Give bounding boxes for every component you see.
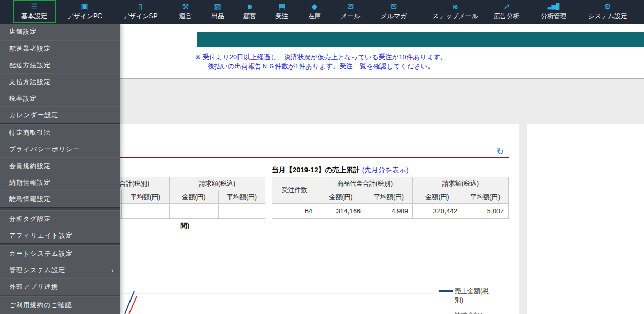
- menu-item-remote-island-settings[interactable]: 離島情報設定: [0, 190, 120, 207]
- nav-item-operations[interactable]: ⚒ 運営: [171, 0, 200, 24]
- sales-trend-title-fragment: 間): [180, 221, 189, 231]
- billed-average-cell: 5,007: [462, 204, 509, 219]
- sliders-icon: ☰: [31, 2, 38, 11]
- menu-item-delivery-info-settings[interactable]: 納期情報設定: [0, 174, 120, 190]
- smartphone-icon: ▯: [138, 2, 142, 11]
- system-settings-icon: ⚙: [604, 2, 611, 11]
- chevron-right-icon: ›: [111, 262, 114, 278]
- nav-item-basic-settings[interactable]: ☰ 基本設定: [13, 0, 56, 24]
- analytics-icon: ▂▅█: [548, 2, 559, 11]
- menu-item-tax-rate-settings[interactable]: 税率設定: [0, 90, 120, 106]
- nav-item-step-mail[interactable]: ≋ ステップメール: [427, 0, 483, 24]
- table-data-row: 64 314,166 4,909 320,442 5,007: [272, 204, 509, 219]
- mail-icon: ✉: [347, 2, 354, 11]
- nav-item-system-settings[interactable]: ⚙ システム設定: [584, 0, 632, 24]
- menu-item-shipping-method-settings[interactable]: 配送方法設定: [0, 57, 120, 73]
- column-subheader-amount: 金額(円): [317, 190, 365, 204]
- store-info-banner: [197, 32, 644, 47]
- billed-amount-cell: 320,442: [413, 204, 462, 219]
- newsletter-icon: ✉: [390, 2, 397, 11]
- nav-item-inventory[interactable]: ◆ 在庫: [300, 0, 329, 24]
- legend-item-billing: 請求金額(: [439, 311, 489, 314]
- menu-item-cart-system-settings[interactable]: カートシステム設定: [0, 245, 120, 262]
- revenue-line-swatch: [439, 290, 453, 292]
- step-mail-icon: ≋: [452, 2, 458, 11]
- column-subheader-amount: 金額(円): [170, 190, 219, 204]
- column-header-orders: 受注件数: [272, 177, 317, 204]
- nav-item-design-sp[interactable]: ▯ デザインSP: [116, 0, 164, 24]
- menu-item-external-app-integration[interactable]: 外部アプリ連携: [0, 278, 120, 295]
- revenue-line: [125, 291, 134, 314]
- nav-item-design-pc[interactable]: ▣ デザインPC: [60, 0, 109, 24]
- current-month-sales-title: 当月【2019-12】の売上累計 (先月分を表示): [272, 165, 409, 175]
- ad-analysis-icon: ↗: [503, 2, 510, 11]
- column-header-product-total: 商品代金合計(税別): [317, 177, 413, 190]
- operations-icon: ⚒: [182, 2, 189, 11]
- menu-item-store-settings[interactable]: 店舗設定: [0, 24, 120, 40]
- menu-item-affiliate-settings[interactable]: アフィリエイト設定: [0, 227, 120, 243]
- legend-label: 売上金額(税別): [455, 287, 489, 305]
- current-month-sales-table: 受注件数 商品代金合計(税別) 請求額(税込) 金額(円) 平均額(円) 金額(…: [272, 177, 509, 219]
- product-average-cell: 4,909: [365, 204, 413, 219]
- menu-item-label: 管理システム設定: [9, 262, 65, 278]
- orders-icon: ▤: [278, 2, 285, 11]
- nav-item-newsletter[interactable]: ✉ メルマガ: [373, 0, 415, 24]
- shipping-report-notice[interactable]: 後払いの出荷報告ＮＧ件数が1件あります。受注一覧を確認してください。: [120, 62, 522, 71]
- menu-item-payment-method-settings[interactable]: 支払方法設定: [0, 73, 120, 90]
- menu-item-commercial-transactions-act[interactable]: 特定商取引法: [0, 124, 120, 141]
- listing-icon: ▧: [214, 2, 221, 11]
- monitor-icon: ▣: [81, 2, 88, 11]
- nav-item-listing[interactable]: ▧ 出品: [203, 0, 232, 24]
- billed-amount-cell: [170, 204, 219, 219]
- customer-icon: ☻: [246, 2, 254, 11]
- chart-legend: 売上金額(税別) 請求金額(: [439, 287, 489, 314]
- column-header-billed: 請求額(税込): [170, 177, 265, 190]
- legend-item-revenue: 売上金額(税別): [439, 287, 489, 305]
- column-subheader-average: 平均額(円): [365, 190, 413, 204]
- nav-item-mail[interactable]: ✉ メール: [333, 0, 368, 24]
- menu-item-membership-terms-settings[interactable]: 会員規約設定: [0, 157, 120, 174]
- orders-count-cell: 64: [272, 204, 317, 219]
- inventory-icon: ◆: [312, 2, 318, 11]
- column-subheader-amount: 金額(円): [413, 190, 462, 204]
- menu-item-calendar-settings[interactable]: カレンダー設定: [0, 106, 120, 123]
- nav-item-ad-analysis[interactable]: ↗ 広告分析: [486, 0, 527, 24]
- refresh-icon[interactable]: ↻: [496, 146, 504, 157]
- menu-item-shipping-carrier-settings[interactable]: 配送業者設定: [0, 40, 120, 57]
- legend-label: 請求金額(: [455, 311, 489, 314]
- billing-line: [129, 296, 137, 314]
- side-panel: [527, 124, 644, 314]
- show-last-month-link[interactable]: (先月分を表示): [362, 166, 409, 174]
- nav-item-orders[interactable]: ▤ 受注: [267, 0, 296, 24]
- menu-item-analytics-tag-settings[interactable]: 分析タグ設定: [0, 210, 120, 227]
- product-average-cell: [122, 204, 170, 219]
- basic-settings-dropdown-menu: 店舗設定 配送業者設定 配送方法設定 支払方法設定 税率設定 カレンダー設定 特…: [0, 24, 120, 314]
- nav-item-customers[interactable]: ☻ 顧客: [235, 0, 264, 24]
- column-subheader-average: 平均額(円): [122, 190, 170, 204]
- column-header-billed: 請求額(税込): [413, 177, 509, 190]
- top-navigation-bar: ☰ 基本設定 ▣ デザインPC ▯ デザインSP ⚒ 運営 ▧ 出品 ☻ 顧客 …: [0, 0, 644, 24]
- menu-item-privacy-policy[interactable]: プライバシーポリシー: [0, 141, 120, 157]
- nav-item-analytics-management[interactable]: ▂▅█ 分析管理: [533, 0, 574, 24]
- billed-average-cell: [219, 204, 265, 219]
- sales-title-text: 当月【2019-12】の売上累計: [272, 166, 360, 174]
- sales-trend-chart: [120, 289, 441, 314]
- menu-item-terms-of-use-confirmation[interactable]: ご利用規約のご確認: [0, 296, 120, 313]
- pending-payment-notice-link[interactable]: ※ 受付より20日以上経過し、決済状況が仮売上となっている受注が10件あります。: [120, 53, 522, 62]
- table-header-row: 受注件数 商品代金合計(税別) 請求額(税込): [272, 177, 509, 190]
- column-subheader-average: 平均額(円): [462, 190, 509, 204]
- product-amount-cell: 314,166: [317, 204, 365, 219]
- menu-item-admin-system-settings[interactable]: 管理システム設定 ›: [0, 262, 120, 278]
- column-subheader-average: 平均額(円): [219, 190, 265, 204]
